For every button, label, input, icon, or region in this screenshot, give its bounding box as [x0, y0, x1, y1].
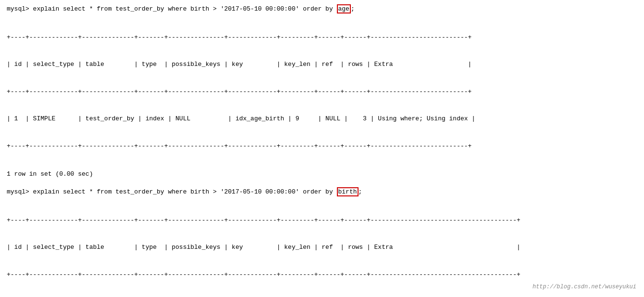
cmd-prefix-1: mysql> explain select * from test_order_…: [7, 5, 337, 13]
table-2: +----+-------------+--------------+-----…: [7, 198, 637, 297]
header-1: | id | select_type | table | type | poss…: [7, 60, 637, 69]
cmd-prefix-2: mysql> explain select * from test_order_…: [7, 188, 337, 195]
sep3-1: +----+-------------+--------------+-----…: [7, 142, 637, 151]
sep1-2: +----+-------------+--------------+-----…: [7, 216, 637, 225]
data-row-1: | 1 | SIMPLE | test_order_by | index | N…: [7, 115, 637, 124]
cmd-suffix-1: ;: [351, 5, 355, 13]
highlighted-2: birth: [337, 187, 359, 196]
sep2-2: +----+-------------+--------------+-----…: [7, 271, 637, 280]
table-1: +----+-------------+--------------+-----…: [7, 15, 637, 169]
sep1-1: +----+-------------+--------------+-----…: [7, 33, 637, 42]
row-in-set-1: 1 row in set (0.00 sec): [7, 170, 637, 179]
query-block-2: mysql> explain select * from test_order_…: [7, 188, 637, 297]
header-2: | id | select_type | table | type | poss…: [7, 243, 637, 252]
cmd-line-2: mysql> explain select * from test_order_…: [7, 188, 637, 197]
cmd-suffix-2: ;: [359, 188, 362, 195]
cmd-line-1: mysql> explain select * from test_order_…: [7, 5, 637, 14]
highlighted-1: age: [337, 4, 351, 13]
sep2-1: +----+-------------+--------------+-----…: [7, 88, 637, 97]
watermark: http://blog.csdn.net/wuseyukui: [533, 283, 636, 291]
query-block-1: mysql> explain select * from test_order_…: [7, 5, 637, 179]
